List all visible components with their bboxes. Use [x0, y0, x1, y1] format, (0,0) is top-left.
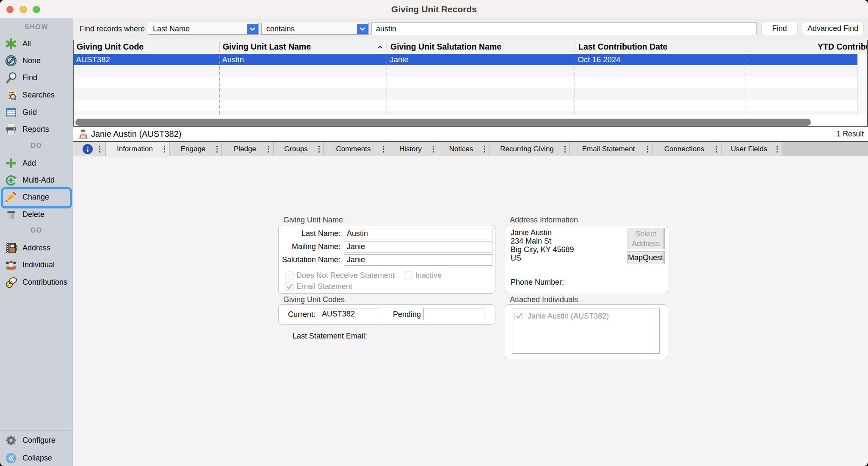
- svg-text:i: i: [87, 146, 89, 154]
